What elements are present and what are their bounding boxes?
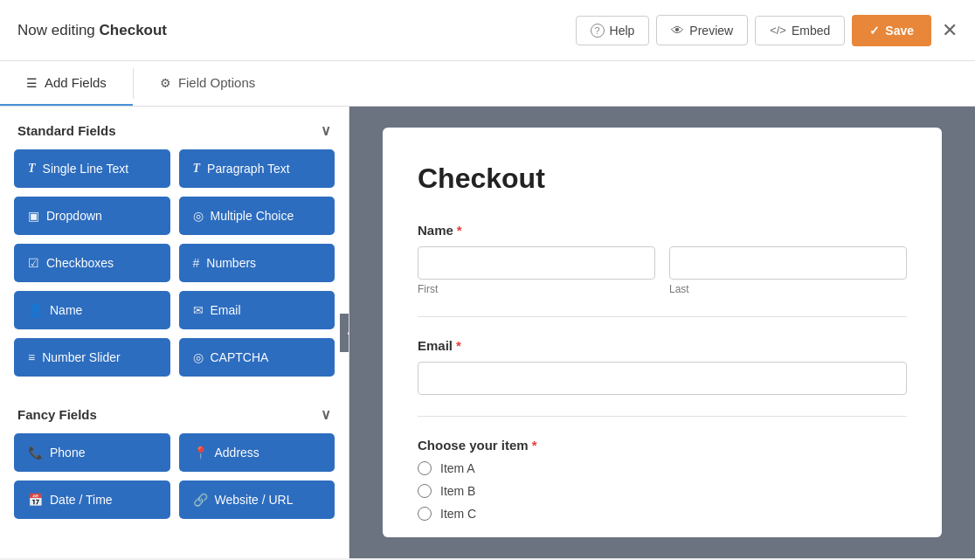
name-last-wrap: Last (669, 246, 907, 295)
form-divider-1 (418, 316, 907, 317)
captcha-label: CAPTCHA (211, 350, 269, 364)
tab-field-options-label: Field Options (178, 75, 255, 90)
paragraph-text-button[interactable]: T Paragraph Text (179, 149, 335, 188)
email-label: Email (211, 303, 241, 317)
captcha-icon: ◎ (193, 350, 204, 364)
form-group-email: Email * (418, 338, 907, 395)
sidebar: Standard Fields ∨ T Single Line Text T P… (0, 107, 349, 558)
number-slider-icon: ≡ (28, 350, 35, 364)
name-first-input[interactable] (418, 246, 655, 280)
standard-fields-grid: T Single Line Text T Paragraph Text ▣ Dr… (0, 149, 349, 391)
numbers-icon: # (193, 256, 200, 270)
editing-name: Checkout (100, 22, 167, 38)
email-input[interactable] (418, 362, 907, 395)
radio-item-a[interactable]: Item A (418, 461, 907, 475)
radio-input-a[interactable] (418, 461, 432, 475)
website-url-label: Website / URL (215, 493, 294, 507)
standard-fields-chevron[interactable]: ∨ (321, 122, 331, 139)
embed-icon: </> (770, 24, 786, 37)
tab-add-fields-label: Add Fields (45, 75, 107, 90)
single-line-text-label: Single Line Text (43, 162, 129, 176)
sidebar-collapse-toggle[interactable]: ❮ (340, 314, 349, 352)
email-icon: ✉ (193, 303, 204, 317)
editing-prefix: Now editing (17, 22, 100, 38)
paragraph-text-label: Paragraph Text (207, 162, 290, 176)
fancy-fields-chevron[interactable]: ∨ (321, 406, 331, 423)
editing-label: Now editing Checkout (17, 22, 167, 39)
email-button[interactable]: ✉ Email (179, 291, 335, 329)
website-url-button[interactable]: 🔗 Website / URL (179, 480, 335, 519)
address-button[interactable]: 📍 Address (179, 433, 335, 472)
numbers-button[interactable]: # Numbers (179, 244, 335, 282)
standard-fields-label: Standard Fields (17, 123, 116, 138)
name-last-hint: Last (669, 283, 907, 295)
email-field-label: Email * (418, 338, 907, 353)
name-icon: 👤 (28, 303, 43, 317)
tab-add-fields[interactable]: ☰ Add Fields (0, 61, 133, 106)
help-icon: ? (591, 24, 605, 38)
choose-item-required-star: * (532, 438, 537, 453)
website-url-icon: 🔗 (193, 493, 208, 507)
form-title: Checkout (418, 162, 907, 195)
captcha-button[interactable]: ◎ CAPTCHA (179, 338, 335, 377)
tab-field-options[interactable]: ⚙ Field Options (134, 61, 281, 106)
name-required-star: * (457, 223, 462, 238)
name-first-hint: First (418, 283, 655, 295)
paragraph-text-icon: T (193, 162, 201, 176)
single-line-text-icon: T (28, 162, 36, 176)
radio-label-b: Item B (440, 484, 475, 498)
name-first-wrap: First (418, 246, 655, 295)
number-slider-button[interactable]: ≡ Number Slider (14, 338, 170, 377)
preview-label: Preview (689, 24, 733, 38)
checkboxes-button[interactable]: ☑ Checkboxes (14, 244, 170, 282)
help-label: Help (610, 24, 635, 38)
header-center-actions: ? Help 👁 Preview </> Embed ✓ Save ✕ (576, 15, 958, 46)
dropdown-label: Dropdown (46, 209, 102, 223)
form-divider-2 (418, 416, 907, 417)
date-time-icon: 📅 (28, 493, 43, 507)
tab-field-options-icon: ⚙ (160, 76, 171, 90)
form-card: Checkout Name * First Last (383, 128, 942, 537)
radio-label-a: Item A (440, 461, 475, 475)
help-button[interactable]: ? Help (576, 16, 650, 45)
phone-button[interactable]: 📞 Phone (14, 433, 170, 472)
number-slider-label: Number Slider (42, 350, 120, 364)
form-group-choose-item: Choose your item * Item A Item B Item C (418, 438, 907, 521)
radio-item-c[interactable]: Item C (418, 507, 907, 521)
embed-button[interactable]: </> Embed (755, 16, 845, 45)
date-time-button[interactable]: 📅 Date / Time (14, 480, 170, 519)
numbers-label: Numbers (206, 256, 256, 270)
save-button[interactable]: ✓ Save (852, 15, 931, 46)
multiple-choice-label: Multiple Choice (211, 209, 294, 223)
single-line-text-button[interactable]: T Single Line Text (14, 149, 170, 188)
dropdown-button[interactable]: ▣ Dropdown (14, 197, 170, 235)
choose-item-label: Choose your item * (418, 438, 907, 453)
embed-label: Embed (792, 24, 830, 38)
form-group-name: Name * First Last (418, 223, 907, 295)
preview-button[interactable]: 👁 Preview (656, 15, 748, 45)
address-icon: 📍 (193, 446, 208, 460)
name-label: Name (50, 303, 82, 317)
tab-add-fields-icon: ☰ (26, 76, 38, 90)
save-label: Save (885, 24, 914, 38)
multiple-choice-button[interactable]: ◎ Multiple Choice (179, 197, 335, 235)
main-layout: Standard Fields ∨ T Single Line Text T P… (0, 107, 975, 558)
radio-input-c[interactable] (418, 507, 432, 521)
fancy-fields-section-header: Fancy Fields ∨ (0, 391, 349, 433)
radio-input-b[interactable] (418, 484, 432, 498)
tabs-bar: ☰ Add Fields ⚙ Field Options (0, 61, 975, 107)
radio-group-items: Item A Item B Item C (418, 461, 907, 521)
header: Now editing Checkout ? Help 👁 Preview </… (0, 0, 975, 61)
radio-item-b[interactable]: Item B (418, 484, 907, 498)
preview-icon: 👁 (671, 23, 684, 38)
checkboxes-icon: ☑ (28, 256, 39, 270)
fancy-fields-grid: 📞 Phone 📍 Address 📅 Date / Time 🔗 Websit… (0, 433, 349, 533)
name-button[interactable]: 👤 Name (14, 291, 170, 329)
name-last-input[interactable] (669, 246, 907, 280)
date-time-label: Date / Time (50, 493, 113, 507)
dropdown-icon: ▣ (28, 209, 39, 223)
name-field-label: Name * (418, 223, 907, 238)
address-label: Address (215, 446, 259, 460)
checkboxes-label: Checkboxes (46, 256, 114, 270)
close-button[interactable]: ✕ (942, 19, 958, 42)
